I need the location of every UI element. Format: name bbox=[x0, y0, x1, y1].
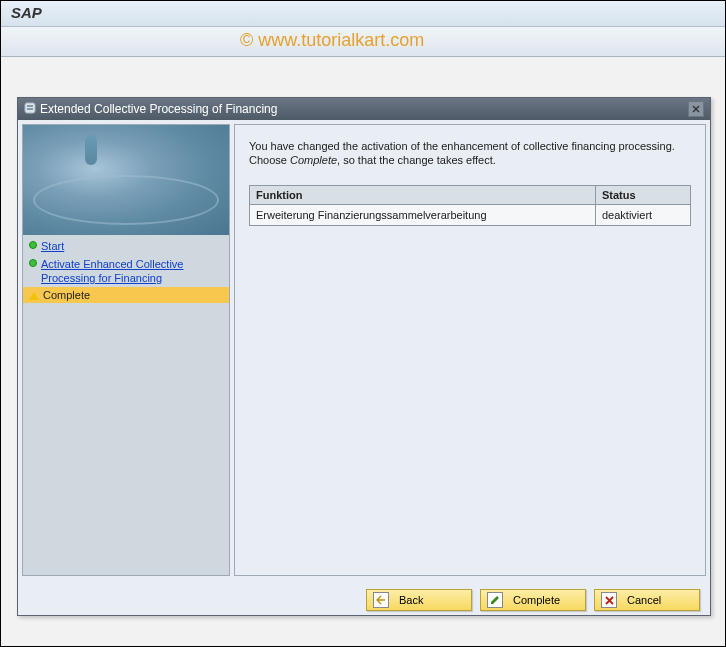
cancel-button[interactable]: Cancel bbox=[594, 589, 700, 611]
table-cell-funktion: Erweiterung Finanzierungssammelverarbeit… bbox=[250, 205, 596, 226]
dialog-titlebar: Extended Collective Processing of Financ… bbox=[18, 98, 710, 120]
table-cell-status: deaktiviert bbox=[596, 205, 691, 226]
wizard-step-start[interactable]: Start bbox=[23, 237, 229, 255]
main-area: Extended Collective Processing of Financ… bbox=[1, 57, 725, 646]
complete-button-label: Complete bbox=[513, 594, 560, 606]
wizard-content: You have changed the activation of the e… bbox=[234, 124, 706, 576]
back-icon bbox=[373, 592, 389, 608]
cancel-icon bbox=[601, 592, 617, 608]
wizard-step-complete: Complete bbox=[23, 287, 229, 303]
cancel-button-label: Cancel bbox=[627, 594, 661, 606]
wizard-step-list: Start Activate Enhanced Collective Proce… bbox=[23, 235, 229, 575]
svg-rect-2 bbox=[27, 108, 33, 110]
dialog-footer: Back Complete Cancel bbox=[366, 589, 700, 611]
table-row: Erweiterung Finanzierungssammelverarbeit… bbox=[250, 205, 691, 226]
instruction-suffix: , so that the change takes effect. bbox=[337, 154, 496, 166]
back-button[interactable]: Back bbox=[366, 589, 472, 611]
wizard-step-label: Complete bbox=[43, 289, 90, 301]
wizard-step-label: Activate Enhanced Collective Processing … bbox=[41, 257, 223, 285]
table-header-status: Status bbox=[596, 186, 691, 205]
top-toolbar bbox=[1, 27, 725, 57]
dialog-title-text: Extended Collective Processing of Financ… bbox=[40, 102, 277, 116]
instruction-text: You have changed the activation of the e… bbox=[249, 139, 691, 167]
svg-rect-1 bbox=[27, 105, 33, 107]
dialog-app-icon bbox=[24, 102, 36, 117]
close-icon[interactable] bbox=[688, 101, 704, 117]
wizard-step-activate[interactable]: Activate Enhanced Collective Processing … bbox=[23, 255, 229, 287]
wizard-step-label: Start bbox=[41, 239, 64, 253]
status-done-icon bbox=[29, 259, 37, 267]
complete-button[interactable]: Complete bbox=[480, 589, 586, 611]
dialog: Extended Collective Processing of Financ… bbox=[17, 97, 711, 616]
table-header-row: Funktion Status bbox=[250, 186, 691, 205]
instruction-action: Complete bbox=[290, 154, 337, 166]
table-header-funktion: Funktion bbox=[250, 186, 596, 205]
status-done-icon bbox=[29, 241, 37, 249]
back-button-label: Back bbox=[399, 594, 423, 606]
wizard-sidebar: Start Activate Enhanced Collective Proce… bbox=[22, 124, 230, 576]
dialog-body: Start Activate Enhanced Collective Proce… bbox=[18, 120, 710, 580]
status-current-icon bbox=[29, 292, 39, 300]
pencil-icon bbox=[487, 592, 503, 608]
status-table: Funktion Status Erweiterung Finanzierung… bbox=[249, 185, 691, 226]
app-title: SAP bbox=[1, 1, 725, 27]
sidebar-image bbox=[23, 125, 229, 235]
